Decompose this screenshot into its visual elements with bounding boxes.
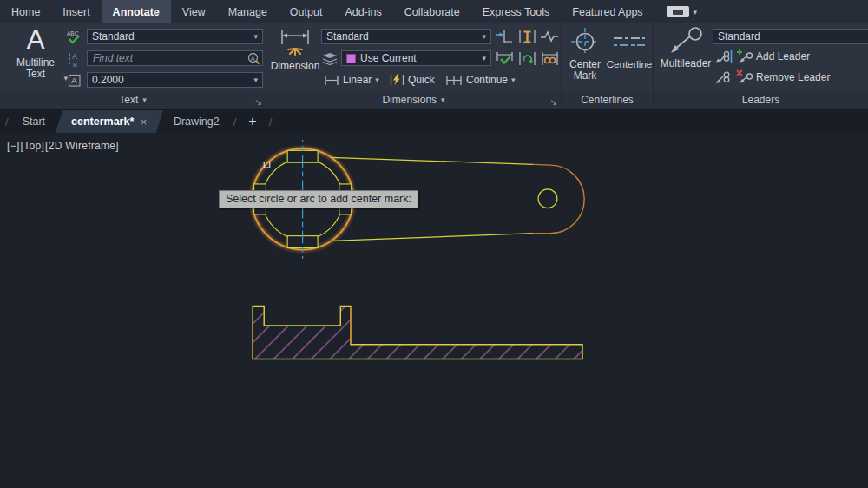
model-space-canvas[interactable]: [−][Top][2D Wireframe]: [0, 133, 868, 488]
text-dialog-launcher-icon[interactable]: ↘: [255, 98, 262, 107]
svg-text:A: A: [251, 55, 255, 63]
remove-leader-icon[interactable]: [736, 69, 753, 85]
file-tab-bar: / Start centermark* × Drawing2 / + /: [0, 109, 868, 133]
panel-text: A Multiline Text ▾ ABC A B: [0, 23, 266, 109]
tab-output[interactable]: Output: [279, 0, 334, 23]
continue-dimension-icon: [445, 75, 463, 86]
update-dimension-icon[interactable]: [517, 50, 537, 67]
text-panel-footer[interactable]: Text ▾: [0, 91, 266, 109]
file-tab-centermark-active[interactable]: centermark* ×: [56, 110, 163, 133]
chevron-down-icon[interactable]: ▾: [375, 76, 379, 84]
center-mark-button[interactable]: Center Mark: [564, 27, 606, 82]
center-mark-icon: [570, 27, 600, 56]
dimensions-panel-footer[interactable]: Dimensions ▾: [266, 91, 561, 109]
continue-label: Continue: [466, 74, 508, 86]
tab-add-ins[interactable]: Add-ins: [333, 0, 392, 23]
linear-dimension-icon: [324, 75, 339, 86]
linear-dimension-button[interactable]: Linear ▾: [324, 72, 379, 88]
linear-label: Linear: [343, 74, 372, 86]
add-leader-button[interactable]: Add Leader: [756, 50, 810, 63]
adjust-space-icon[interactable]: [517, 29, 537, 45]
autocad-window: Home Insert Annotate View Manage Output …: [0, 0, 868, 488]
leaders-panel-footer: Leaders: [654, 91, 868, 109]
tab-manage[interactable]: Manage: [217, 0, 279, 23]
chevron-down-icon: ▾: [482, 32, 486, 41]
multiline-text-button[interactable]: A Multiline Text ▾: [7, 25, 64, 80]
dim-style-combo[interactable]: Standard ▾: [321, 29, 491, 44]
collect-leaders-icon[interactable]: [715, 70, 733, 85]
file-tab-start[interactable]: Start: [14, 110, 54, 133]
text-style-combo[interactable]: Standard ▾: [87, 29, 263, 44]
tab-view[interactable]: View: [171, 0, 217, 23]
dim-layer-value: Use Current: [360, 52, 478, 64]
dimension-button[interactable]: Dimension: [270, 27, 320, 72]
find-text-input[interactable]: [87, 50, 263, 66]
reassociate-dimension-icon[interactable]: [540, 50, 560, 67]
centerline-label: Centerline: [607, 59, 652, 70]
drawing-entities: [0, 133, 868, 488]
svg-text:A: A: [72, 52, 77, 61]
new-drawing-tab-button[interactable]: +: [241, 110, 263, 133]
dim-style-value: Standard: [326, 30, 478, 43]
upper-tangent-line[interactable]: [331, 157, 533, 164]
section-profile[interactable]: [253, 306, 582, 359]
multileader-button[interactable]: Multileader: [659, 26, 713, 69]
remove-leader-label: Remove Leader: [756, 71, 830, 83]
chevron-down-icon[interactable]: ▾: [694, 8, 698, 16]
tab-home[interactable]: Home: [0, 0, 51, 23]
text-height-value: 0.2000: [92, 74, 250, 86]
lower-tangent-line[interactable]: [332, 234, 533, 241]
svg-text:A: A: [71, 76, 77, 85]
layers-icon: [321, 51, 339, 66]
file-tab-label: centermark*: [71, 115, 134, 128]
centerlines-panel-title: Centerlines: [581, 94, 634, 106]
tab-annotate[interactable]: Annotate: [102, 0, 171, 23]
inspect-dimension-icon[interactable]: [495, 50, 515, 67]
text-panel-title: Text: [119, 94, 138, 106]
layer-color-swatch: [346, 54, 356, 63]
remove-leader-button[interactable]: Remove Leader: [756, 71, 830, 83]
ribbon-toggle-icon: [673, 10, 683, 15]
chevron-down-icon: ▾: [441, 96, 445, 104]
dimension-break-icon[interactable]: [495, 29, 515, 45]
text-style-icon[interactable]: A B: [68, 51, 82, 68]
close-icon[interactable]: ×: [141, 115, 148, 129]
dim-layer-combo[interactable]: Use Current ▾: [341, 50, 491, 66]
panel-centerlines: Center Mark Centerline Centerlines: [561, 23, 653, 109]
tab-collaborate[interactable]: Collaborate: [393, 0, 471, 23]
svg-text:B: B: [73, 61, 77, 69]
tab-featured-apps[interactable]: Featured Apps: [561, 0, 654, 23]
ribbon-tab-bar: Home Insert Annotate View Manage Output …: [0, 0, 868, 23]
leaders-panel-title: Leaders: [742, 94, 779, 106]
chevron-down-icon: ▾: [253, 32, 258, 41]
tab-insert[interactable]: Insert: [51, 0, 101, 23]
tab-separator: /: [264, 110, 278, 133]
file-tab-drawing2[interactable]: Drawing2: [165, 110, 228, 133]
upper-tangent-orange-tip[interactable]: [533, 164, 550, 165]
centerline-button[interactable]: Centerline: [607, 27, 652, 70]
add-leader-icon[interactable]: [736, 49, 753, 64]
dimension-label: Dimension: [271, 61, 320, 72]
find-text-search-icon[interactable]: A: [247, 52, 260, 65]
mleader-style-combo[interactable]: Standard: [713, 29, 868, 44]
small-end-circle[interactable]: [538, 189, 557, 208]
chevron-down-icon: ▾: [253, 76, 258, 84]
panel-dimensions: Dimension Standard ▾ Use Current ▾: [266, 23, 561, 109]
dimensions-dialog-launcher-icon[interactable]: ↘: [550, 98, 557, 107]
quick-dimension-button[interactable]: Quick: [390, 72, 435, 88]
center-mark-label: Center Mark: [565, 59, 605, 82]
spell-check-icon[interactable]: ABC: [66, 30, 82, 46]
text-height-combo[interactable]: 0.2000 ▾: [87, 72, 263, 88]
quick-label: Quick: [408, 74, 435, 86]
text-height-icon[interactable]: A: [67, 73, 82, 88]
align-leaders-icon[interactable]: [715, 49, 733, 64]
jog-line-icon[interactable]: [540, 30, 559, 43]
chevron-down-icon[interactable]: ▾: [511, 76, 516, 84]
continue-dimension-button[interactable]: Continue ▾: [445, 72, 516, 88]
dimensions-panel-title: Dimensions: [382, 94, 437, 106]
centerline-icon: [613, 33, 646, 52]
ribbon-display-toggle-button[interactable]: [667, 6, 689, 17]
ribbon: A Multiline Text ▾ ABC A B: [0, 23, 868, 109]
lever-end-arc[interactable]: [550, 165, 584, 234]
tab-express-tools[interactable]: Express Tools: [471, 0, 562, 23]
